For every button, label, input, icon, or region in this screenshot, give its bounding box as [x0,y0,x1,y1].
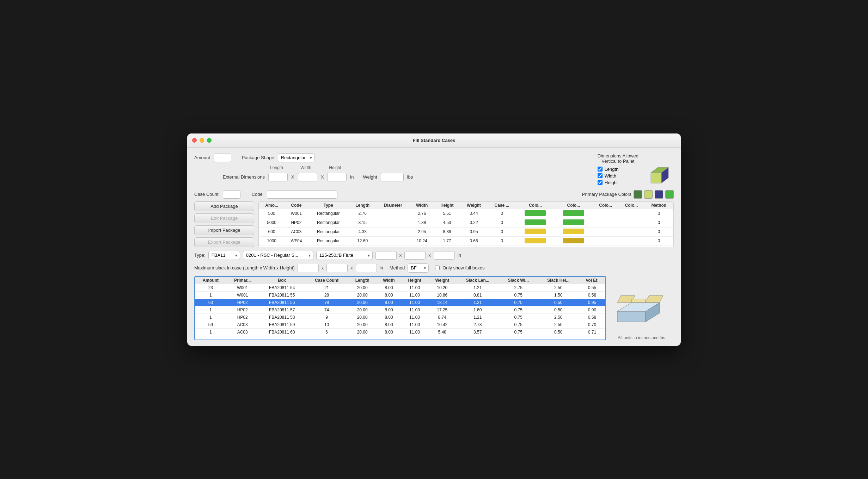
col-amount: Amo... [259,202,285,209]
results-table-row[interactable]: 1HP02FBA20811 577420.008.0011.0017.251.6… [195,306,605,313]
x-label-1: X [291,174,294,180]
type-units-label: in [458,253,461,258]
content-area: Amount 0 Package Shape Rectangular ▼ Len… [187,148,681,346]
package-shape-select[interactable]: Rectangular [278,153,315,162]
slack-units-label: in [380,265,383,270]
col-length: Length [349,202,376,209]
package-shape-select-wrapper: Rectangular ▼ [278,153,315,162]
x2-input[interactable]: 0.25 [404,251,426,260]
method-select[interactable]: BF [408,263,429,273]
color-swatch-2[interactable] [644,190,653,199]
add-package-button[interactable]: Add Package [194,201,254,211]
package-table: Amo... Code Type Length Diameter Width H… [259,202,673,246]
slack-x-1: x [322,265,324,270]
width-checkbox-label: Width [605,173,616,179]
width-checkbox-row: Width [598,173,638,179]
length-input[interactable]: 5.04 [268,173,288,181]
col-height: Height [434,202,460,209]
color-bar [525,210,546,216]
slack-v2-input[interactable]: 10 [326,264,348,272]
package-table-row[interactable]: 500W001Rectangular2.762.765.510.4400 [259,209,673,218]
results-table-row[interactable]: 59AC03FBA20811 591020.008.0011.0010.422.… [195,321,605,328]
svg-marker-13 [646,296,663,303]
box-illustration [610,276,674,332]
results-table-container: Amount Primar... Box Case Count Length W… [194,276,606,340]
res-col-weight: Weight [428,277,456,284]
minimize-button[interactable] [200,138,204,143]
slack-v3-input[interactable]: 10 [356,264,377,272]
col-c4: Colo... [618,202,644,209]
res-col-primary: Primar... [226,277,259,284]
results-table-row[interactable]: 1W001FBA20811 552820.008.0011.0010.860.8… [195,291,605,299]
top-section: Amount 0 Package Shape Rectangular ▼ Len… [194,153,674,186]
res-col-height: Height [401,277,428,284]
res-col-width: Width [377,277,401,284]
import-package-button[interactable]: Import Package [194,225,254,235]
length-checkbox[interactable] [598,167,603,172]
results-table-row[interactable]: 23W001FBA20811 542120.008.0011.0010.201.… [195,284,605,291]
middle-section: Add Package Edit Package Import Package … [194,201,674,247]
color-swatch-4[interactable] [665,190,674,199]
results-table-row[interactable]: 63HP02FBA20811 567820.008.0011.0018.141.… [195,299,605,306]
width-input[interactable]: 4.45 [298,173,317,181]
svg-marker-4 [617,311,646,322]
only-full-checkbox[interactable] [435,266,440,270]
package-table-row[interactable]: 1000WF04Rectangular12.6010.241.770.6600 [259,236,673,245]
slack-x-2: x [350,265,353,270]
color-bar [563,210,584,216]
slack-v1-input[interactable]: 10 [298,264,319,272]
package-table-row[interactable]: 5000HP02Rectangular3.151.384.530.2200 [259,218,673,227]
res-col-length: Length [348,277,376,284]
col-diameter: Diameter [376,202,410,209]
color-bar [525,229,546,234]
type-select[interactable]: FBA11 [208,251,240,260]
col-method: Method [644,202,673,209]
box-type-select-wrapper: 0201 - RSC - Regular S... ▼ [243,251,313,260]
res-col-vol: Vol Ef. [579,277,605,284]
color-swatch-3[interactable] [655,190,663,199]
col-width: Width [410,202,434,209]
length-checkbox-label: Length [605,167,619,172]
dims-allowed-title: Dimensions AllowedVertical to Pallet [598,153,638,164]
res-col-amount: Amount [195,277,226,284]
box-type-select[interactable]: 0201 - RSC - Regular S... [243,251,313,260]
x1-input[interactable]: 0.25 [375,251,397,260]
col-c3: Colo... [593,202,618,209]
results-table-row[interactable]: 1HP02FBA20811 58920.008.0011.008.741.210… [195,313,605,321]
weight-units-label: lbs [407,174,413,180]
maximize-button[interactable] [207,138,212,143]
footer-note: All units in inches and lbs. [618,335,666,340]
height-checkbox[interactable] [598,180,603,185]
titlebar: Fill Standard Cases [187,133,681,148]
col-weight: Weight [460,202,488,209]
col-c1: Colo... [516,202,554,209]
units-label: in [350,174,354,180]
type-row: Type: FBA11 ▼ 0201 - RSC - Regular S... … [194,251,674,260]
width-checkbox[interactable] [598,173,603,178]
color-bar [563,219,584,225]
slack-row: Maximum slack in case (Length x Width x … [194,263,674,273]
flute-select[interactable]: 125-250#B Flute [316,251,373,260]
case-count-input[interactable]: 0 [223,190,240,199]
x3-input[interactable]: 0.50 [434,251,455,260]
x-label-2: X [321,174,324,180]
primary-colors-label: Primary Package Colors [582,192,631,197]
package-table-row[interactable]: 600AC03Rectangular4.332.958.860.9500 [259,227,673,236]
external-dims-row: External Dimensions 5.04 X 4.45 X 6.89 i… [194,173,413,181]
res-col-box: Box [259,277,305,284]
height-input[interactable]: 6.89 [327,173,347,181]
color-swatch-1[interactable] [634,190,642,199]
package-cube [642,153,674,186]
edit-package-button[interactable]: Edit Package [194,213,254,223]
results-table-row[interactable]: 1AC03FBA20811 60620.008.0011.005.483.570… [195,328,605,336]
res-col-slack-hei: Slack Hei... [538,277,579,284]
color-bar [525,219,546,225]
name-input[interactable]: Name [267,190,337,199]
weight-input[interactable]: 2.205 [381,173,404,181]
col-type: Type [308,202,349,209]
only-full-label: Only show full boxes [442,265,484,270]
amount-input[interactable]: 0 [214,154,231,162]
close-button[interactable] [192,138,197,143]
export-package-button[interactable]: Export Package [194,237,254,247]
height-checkbox-row: Height [598,180,638,185]
